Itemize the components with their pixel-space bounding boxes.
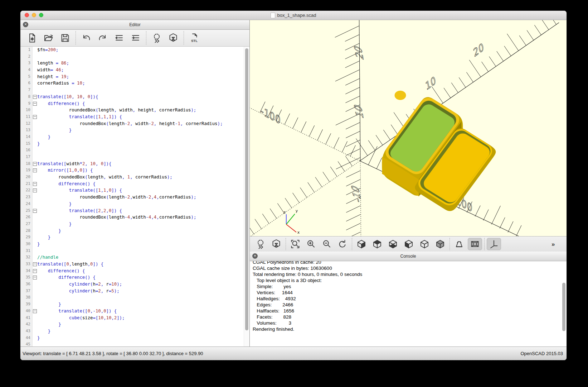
code-line[interactable]: 29 }	[20, 234, 249, 241]
fold-margin[interactable]	[33, 234, 37, 241]
fold-margin[interactable]	[33, 321, 37, 328]
fold-marker-icon[interactable]	[33, 269, 37, 273]
fold-margin[interactable]	[33, 73, 37, 80]
editor-scrollbar[interactable]	[244, 47, 249, 347]
fold-margin[interactable]	[33, 154, 37, 161]
code-line[interactable]: 33translate([0,length,0]) {	[20, 261, 249, 268]
view-front-button[interactable]	[417, 238, 432, 250]
code-line[interactable]: 7	[20, 87, 249, 94]
fold-marker-icon[interactable]	[33, 276, 37, 280]
titlebar[interactable]: box_1_shape.scad	[20, 11, 567, 20]
fold-margin[interactable]	[33, 67, 37, 73]
fold-margin[interactable]	[33, 187, 37, 194]
code-line[interactable]: 41 cube(size=[10,10,2]);	[20, 315, 249, 321]
orthogonal-button[interactable]	[468, 238, 482, 250]
redo-button[interactable]	[97, 32, 108, 44]
code-line[interactable]: 1$fn=200;	[20, 47, 249, 53]
fold-margin[interactable]	[33, 120, 37, 127]
preview-button[interactable]	[253, 238, 268, 250]
fold-margin[interactable]	[33, 47, 37, 53]
fold-margin[interactable]	[33, 147, 37, 154]
render-button[interactable]	[269, 238, 283, 250]
fold-margin[interactable]	[33, 80, 37, 87]
code-line[interactable]: 32//handle	[20, 254, 249, 261]
code-line[interactable]: 27 }	[20, 221, 249, 228]
fold-marker-icon[interactable]	[33, 182, 37, 186]
fold-margin[interactable]	[33, 288, 37, 295]
fold-margin[interactable]	[33, 335, 37, 341]
fold-margin[interactable]	[33, 261, 37, 268]
fold-margin[interactable]	[33, 328, 37, 335]
fold-margin[interactable]	[33, 194, 37, 201]
export-stl-button[interactable]: STL	[189, 32, 200, 44]
fold-margin[interactable]	[33, 294, 37, 301]
preview-button[interactable]	[151, 32, 162, 44]
fold-margin[interactable]	[33, 241, 37, 248]
editor-close-icon[interactable]: ✕	[23, 22, 28, 27]
code-line[interactable]: 22 translate([1,1,0]) {	[20, 187, 249, 194]
console-close-icon[interactable]: ✕	[252, 253, 258, 259]
fold-margin[interactable]	[33, 254, 37, 261]
show-axes-button[interactable]	[487, 238, 501, 250]
code-line[interactable]: 5height = 19;	[20, 73, 249, 80]
code-line[interactable]: 16	[20, 147, 249, 154]
code-line[interactable]: 21 difference() {	[20, 181, 249, 187]
code-line[interactable]: 12 roundedBox(length-2, width-2, height-…	[20, 120, 249, 127]
perspective-button[interactable]	[452, 238, 466, 250]
fold-margin[interactable]	[33, 268, 37, 274]
editor-scrollbar-thumb[interactable]	[245, 48, 248, 330]
zoom-in-button[interactable]	[304, 238, 318, 250]
code-line[interactable]: 40 translate([0,-10,0]) {	[20, 308, 249, 315]
code-line[interactable]: 25 translate([2,2,0]) {	[20, 207, 249, 214]
view-back-button[interactable]	[433, 238, 447, 250]
reset-view-button[interactable]	[335, 238, 350, 250]
fold-margin[interactable]	[33, 53, 37, 60]
fold-margin[interactable]	[33, 161, 37, 167]
fold-margin[interactable]	[33, 94, 37, 100]
code-line[interactable]: 28 }	[20, 228, 249, 234]
fold-marker-icon[interactable]	[33, 115, 37, 119]
code-line[interactable]: 11 translate([1,1,1]) {	[20, 114, 249, 120]
fold-margin[interactable]	[33, 100, 37, 107]
fold-margin[interactable]	[33, 214, 37, 221]
code-line[interactable]: 26 roundedBox(length-4,width-4,4,cornerR…	[20, 214, 249, 221]
view-bottom-button[interactable]	[386, 238, 400, 250]
zoom-window-button[interactable]	[39, 13, 43, 17]
code-line[interactable]: 42 }	[20, 321, 249, 328]
code-line[interactable]: 19 mirror([1,0,0]) {	[20, 167, 249, 174]
fold-margin[interactable]	[33, 201, 37, 207]
code-line[interactable]: 13 }	[20, 127, 249, 134]
fold-margin[interactable]	[33, 140, 37, 147]
fold-margin[interactable]	[33, 301, 37, 308]
fold-marker-icon[interactable]	[33, 188, 37, 192]
indent-button[interactable]	[130, 32, 141, 44]
code-line[interactable]: 38	[20, 294, 249, 301]
fold-margin[interactable]	[33, 248, 37, 254]
fold-marker-icon[interactable]	[33, 95, 37, 99]
fold-margin[interactable]	[33, 181, 37, 187]
code-line[interactable]: 36 cylinder(h=2, r=10);	[20, 281, 249, 288]
code-line[interactable]: 8translate([10, 10, 0]){	[20, 94, 249, 100]
undo-button[interactable]	[81, 32, 92, 44]
code-line[interactable]: 35 difference() {	[20, 274, 249, 281]
fold-margin[interactable]	[33, 174, 37, 181]
code-line[interactable]: 20 roundedBox(length, width, 1, cornerRa…	[20, 174, 249, 181]
code-line[interactable]: 18translate([width*2, 10, 0]){	[20, 161, 249, 167]
code-line[interactable]: 34 difference() {	[20, 268, 249, 274]
code-line[interactable]: 37 cylinder(h=2, r=5);	[20, 288, 249, 295]
save-button[interactable]	[59, 32, 71, 44]
code-line[interactable]: 6cornerRadius = 10;	[20, 80, 249, 87]
fold-margin[interactable]	[33, 87, 37, 94]
code-line[interactable]: 4width= 46;	[20, 67, 249, 73]
fold-marker-icon[interactable]	[33, 209, 37, 213]
code-line[interactable]: 39 }	[20, 301, 249, 308]
code-line[interactable]: 14 }	[20, 134, 249, 140]
code-line[interactable]: 24 }	[20, 201, 249, 207]
code-line[interactable]: 44}	[20, 335, 249, 341]
fold-marker-icon[interactable]	[33, 262, 37, 266]
console-output[interactable]: CGAL Polyhedrons in cache: 20CGAL cache …	[250, 261, 567, 347]
3d-viewport[interactable]: 2010-10-1001020100	[250, 20, 567, 236]
code-line[interactable]: 31	[20, 248, 249, 254]
view-right-button[interactable]	[354, 238, 369, 250]
fold-margin[interactable]	[33, 315, 37, 321]
